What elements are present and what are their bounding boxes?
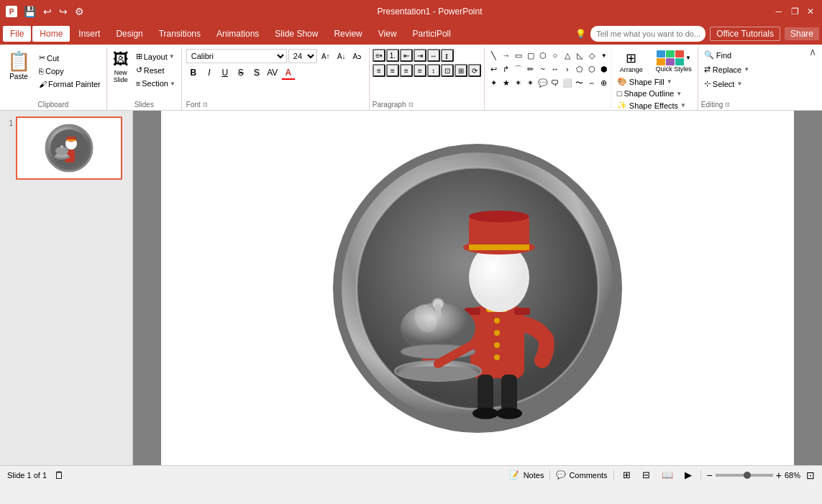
- underline-button[interactable]: U: [218, 65, 232, 80]
- paste-button[interactable]: 📋 Paste: [3, 49, 35, 99]
- restore-button[interactable]: ❐: [789, 6, 800, 17]
- triangle-shape[interactable]: △: [561, 49, 574, 62]
- comments-button[interactable]: Comments: [569, 471, 607, 480]
- rtl-button[interactable]: ↔: [427, 49, 440, 62]
- numbering-button[interactable]: 1.: [386, 49, 399, 62]
- layout-button[interactable]: ⊞ Layout ▼: [133, 50, 178, 63]
- diamond-shape[interactable]: ◇: [585, 49, 598, 62]
- notes-button[interactable]: Notes: [524, 471, 544, 480]
- star8-shape[interactable]: ✴: [524, 76, 537, 89]
- decrease-indent-button[interactable]: ⇤: [400, 49, 413, 62]
- decrease-font-button[interactable]: A↓: [334, 49, 349, 63]
- shape-outline-button[interactable]: □ Shape Outline ▼: [614, 88, 695, 98]
- slideshow-view-button[interactable]: ▶: [682, 468, 695, 482]
- heptagon-shape[interactable]: ⬢: [598, 63, 611, 75]
- select-button[interactable]: ⊹ Select ▼: [701, 78, 752, 90]
- align-right-button[interactable]: ≡: [400, 64, 413, 77]
- font-expand-icon[interactable]: ⊡: [203, 101, 208, 108]
- right-triangle-shape[interactable]: ◺: [573, 49, 586, 62]
- increase-font-button[interactable]: A↑: [319, 49, 333, 63]
- align-text-button[interactable]: ⊞: [455, 64, 467, 77]
- menu-view[interactable]: View: [371, 26, 404, 42]
- line-spacing-button[interactable]: ↕: [427, 64, 440, 77]
- close-button[interactable]: ✕: [805, 6, 816, 17]
- format-painter-button[interactable]: 🖌 Format Painter: [36, 78, 104, 90]
- cut-button[interactable]: ✂ Cut: [36, 52, 104, 64]
- star5-shape[interactable]: ★: [500, 76, 513, 89]
- oval-shape[interactable]: ○: [549, 49, 562, 62]
- copy-button[interactable]: ⎘ Copy: [36, 65, 104, 77]
- star4-shape[interactable]: ✦: [488, 76, 501, 89]
- bent-arrow-shape[interactable]: ↩: [488, 63, 501, 75]
- textbox-shape[interactable]: ⬜: [561, 76, 574, 89]
- callout2-shape[interactable]: 🗨: [549, 76, 562, 89]
- status-icon[interactable]: 🗒: [54, 469, 64, 481]
- columns-button[interactable]: ⫿: [441, 49, 454, 62]
- shadow-button[interactable]: S: [250, 65, 264, 80]
- tell-me-input[interactable]: [590, 26, 705, 42]
- replace-button[interactable]: ⇄ Replace ▼: [701, 63, 752, 75]
- reading-view-button[interactable]: 📖: [659, 468, 676, 482]
- office-tutorials-button[interactable]: Office Tutorials: [710, 27, 780, 41]
- smartart-button[interactable]: ⟳: [468, 64, 481, 77]
- shape-effects-button[interactable]: ✨ Shape Effects ▼: [614, 100, 695, 111]
- zoom-level[interactable]: 68%: [785, 471, 800, 480]
- pentagon-shape[interactable]: ⬠: [573, 63, 586, 75]
- curve-shape[interactable]: ⌒: [512, 63, 525, 75]
- font-name-select[interactable]: Calibri: [186, 49, 287, 63]
- menu-insert[interactable]: Insert: [71, 26, 107, 42]
- redo-button[interactable]: ↪: [57, 4, 70, 19]
- line-shape[interactable]: ╲: [488, 49, 501, 62]
- menu-home[interactable]: Home: [32, 26, 70, 42]
- more-shapes-btn[interactable]: ▼: [598, 49, 611, 62]
- undo-button[interactable]: ↩: [41, 4, 54, 19]
- share-button[interactable]: Share: [785, 27, 819, 40]
- align-center-button[interactable]: ≡: [386, 64, 399, 77]
- section-button[interactable]: ≡ Section ▼: [133, 78, 178, 89]
- zoom-in-button[interactable]: +: [776, 469, 782, 481]
- menu-animations[interactable]: Animations: [209, 26, 266, 42]
- zoom-slider[interactable]: [716, 474, 773, 477]
- wave-shape[interactable]: 〜: [573, 76, 586, 89]
- font-color-button[interactable]: A: [281, 65, 296, 80]
- zoom-out-button[interactable]: −: [707, 469, 713, 481]
- increase-indent-button[interactable]: ⇥: [414, 49, 426, 62]
- text-direction-button[interactable]: ⊡: [441, 64, 454, 77]
- customize-button[interactable]: ⚙: [73, 4, 86, 19]
- editing-expand-icon[interactable]: ⊡: [725, 101, 730, 108]
- bold-button[interactable]: B: [186, 65, 201, 80]
- justify-button[interactable]: ≡: [414, 64, 426, 77]
- equation-shape[interactable]: ⊕: [598, 76, 611, 89]
- menu-review[interactable]: Review: [326, 26, 369, 42]
- arc-shape[interactable]: ⌢: [585, 76, 598, 89]
- reset-button[interactable]: ↺ Reset: [133, 64, 178, 76]
- double-arrow-shape[interactable]: ↔: [549, 63, 562, 75]
- strikethrough-button[interactable]: S: [234, 65, 248, 80]
- collapse-ribbon-button[interactable]: ∧: [809, 46, 816, 58]
- new-slide-button[interactable]: 🖼 NewSlide: [110, 49, 132, 101]
- normal-view-button[interactable]: ⊞: [620, 468, 634, 482]
- bullets-button[interactable]: ≡•: [373, 49, 385, 62]
- menu-design[interactable]: Design: [109, 26, 150, 42]
- menu-slideshow[interactable]: Slide Show: [268, 26, 325, 42]
- arrow-shape[interactable]: →: [500, 49, 513, 62]
- font-size-select[interactable]: 24: [288, 49, 317, 63]
- slide-sorter-button[interactable]: ⊟: [639, 468, 653, 482]
- char-spacing-button[interactable]: AV: [265, 65, 280, 80]
- find-button[interactable]: 🔍 Find: [701, 49, 752, 61]
- paragraph-expand-icon[interactable]: ⊡: [408, 101, 414, 108]
- snip-rect-shape[interactable]: ⬡: [536, 49, 549, 62]
- rect-shape[interactable]: ▭: [512, 49, 525, 62]
- scribble-shape[interactable]: ~: [536, 63, 549, 75]
- slide-thumbnail-1[interactable]: 1: [3, 116, 129, 180]
- u-arrow-shape[interactable]: ↱: [500, 63, 513, 75]
- rounded-rect-shape[interactable]: ▢: [524, 49, 537, 62]
- freeform-shape[interactable]: ✏: [524, 63, 537, 75]
- shape-fill-button[interactable]: 🎨 Shape Fill ▼: [614, 76, 695, 87]
- italic-button[interactable]: I: [202, 65, 216, 80]
- fit-page-button[interactable]: ⊡: [806, 469, 815, 481]
- chevron-shape[interactable]: ›: [561, 63, 574, 75]
- callout-shape[interactable]: 💬: [536, 76, 549, 89]
- canvas-area[interactable]: [133, 111, 822, 465]
- star6-shape[interactable]: ✶: [512, 76, 525, 89]
